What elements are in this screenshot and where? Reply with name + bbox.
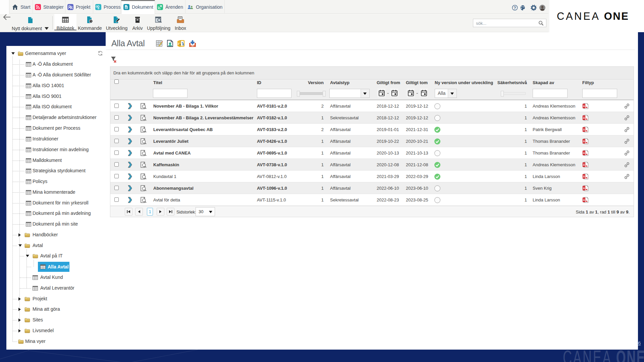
svg-text:Z: Z	[178, 42, 179, 45]
svg-text:?: ?	[514, 6, 516, 10]
